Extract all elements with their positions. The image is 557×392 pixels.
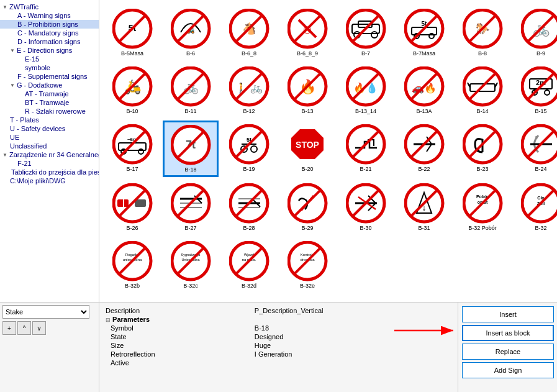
sign-item[interactable]: B-28: [221, 180, 277, 235]
sign-item[interactable]: Wjazdna praw.B-32d: [221, 237, 277, 293]
sign-item[interactable]: 2mB-15: [513, 63, 557, 118]
sign-item[interactable]: SygnalizacjaUnieszodnaB-32c: [163, 237, 219, 293]
stake-select[interactable]: Stake: [2, 305, 89, 319]
properties-panel: Description P_Description_Vertical ⊟ Par…: [99, 303, 458, 392]
sign-label: B-28: [243, 225, 255, 231]
tree-item-b[interactable]: B - Prohibition signs: [0, 20, 99, 29]
sign-label: B-10: [126, 108, 138, 114]
signs-grid: 5tB-5Masa🚜B-6🐴B-6_8🚫B-6_8_9B-75tB-7Masa🐎…: [104, 5, 552, 293]
sign-item[interactable]: 🚗🔥B-13A: [396, 63, 452, 118]
sign-item[interactable]: B-22: [396, 121, 452, 177]
sign-item[interactable]: 5tB-5Masa: [104, 5, 160, 60]
sign-item[interactable]: PobóropłatB-32 Pobór: [455, 180, 510, 235]
tree-item-r[interactable]: R - Szlaki rowerowe: [0, 107, 99, 116]
sign-item[interactable]: 🛵B-10: [104, 63, 160, 118]
tree-item-zarz[interactable]: ▼Zarządzenie nr 34 Generalnego Dyrek: [0, 150, 99, 159]
sign-label: B-20: [301, 166, 313, 172]
sign-label: B-6: [186, 50, 195, 57]
sign-label: B-7: [361, 50, 370, 57]
sign-item[interactable]: 🔥B-13: [279, 63, 335, 118]
sign-item[interactable]: B-7: [338, 5, 394, 60]
sign-item[interactable]: B-27: [163, 180, 219, 235]
sign-item[interactable]: 🚜B-6: [163, 5, 219, 60]
insert-as-block-button[interactable]: Insert as block: [462, 325, 554, 341]
sign-svg: [463, 66, 503, 107]
sign-item[interactable]: 7tB-18: [163, 121, 219, 177]
tree-item-ue[interactable]: UE: [0, 133, 99, 142]
sign-item[interactable]: CłoZollB-32: [513, 180, 557, 235]
sign-item[interactable]: B-23: [455, 121, 510, 177]
tree-item-u[interactable]: U - Safety devices: [0, 124, 99, 133]
tree-item-e[interactable]: ▼E - Direction signs: [0, 46, 99, 55]
sign-item[interactable]: B-29: [279, 180, 335, 235]
sign-item[interactable]: 5tB-19: [221, 121, 277, 177]
tree-item-g[interactable]: ▼G - Dodatkowe: [0, 81, 99, 89]
sign-item[interactable]: B-24: [513, 121, 557, 177]
sign-svg: [346, 183, 386, 224]
retro-val: I Generation: [252, 350, 454, 358]
retro-key: Retroreflection: [103, 350, 252, 358]
sign-item[interactable]: RogatkaunieszodnaB-32b: [104, 237, 160, 293]
down-stake-button[interactable]: v: [32, 321, 46, 335]
tree-item-a[interactable]: A - Warning signs: [0, 11, 99, 20]
sign-label: B-32e: [300, 283, 315, 289]
sign-item[interactable]: B-14: [455, 63, 510, 118]
size-val: Huge: [252, 341, 454, 350]
state-key: State: [103, 332, 252, 341]
sign-svg: [404, 124, 445, 165]
tree-item-e15[interactable]: E-15: [0, 55, 99, 63]
sign-label: B-6_8: [242, 50, 256, 57]
insert-button[interactable]: Insert: [462, 306, 554, 322]
sign-item[interactable]: 🚲B-9: [513, 5, 557, 60]
up-stake-button[interactable]: ^: [17, 321, 31, 335]
sign-item[interactable]: 🐎B-8: [455, 5, 510, 60]
sign-svg: 🚫: [288, 9, 328, 49]
sign-label: B-8: [478, 50, 487, 57]
sign-svg: 5t: [404, 9, 445, 49]
tree-item-root[interactable]: ▼ZWTraffic: [0, 2, 99, 11]
sign-svg: 5t: [112, 9, 153, 49]
state-val: Designed: [252, 332, 454, 341]
sign-svg: 🚶🚲: [229, 66, 269, 107]
sign-label: B-31: [418, 225, 430, 231]
properties-table: Description P_Description_Vertical ⊟ Par…: [103, 306, 454, 367]
tree-item-tab[interactable]: Tabliczki do przejścia dla pieszych: [0, 168, 99, 176]
sign-item[interactable]: 🚫B-6_8_9: [279, 5, 335, 60]
tree-item-bt[interactable]: BT - Tramwaje: [0, 98, 99, 107]
add-sign-button[interactable]: Add Sign: [462, 362, 554, 378]
params-expand-icon[interactable]: ⊟: [106, 317, 111, 323]
sign-item[interactable]: ↓B-31: [396, 180, 452, 235]
sign-svg: [112, 183, 153, 224]
tree-item-sym[interactable]: symbole: [0, 63, 99, 72]
sign-item[interactable]: B-26: [104, 180, 160, 235]
sign-item[interactable]: 🐴B-6_8: [221, 5, 277, 60]
tree-item-at[interactable]: AT - Tramwaje: [0, 89, 99, 98]
sign-item[interactable]: 🚶🚲B-12: [221, 63, 277, 118]
sign-item[interactable]: 5tB-7Masa: [396, 5, 452, 60]
sign-item[interactable]: ~6mB-17: [104, 121, 160, 177]
sign-label: B-21: [360, 166, 371, 172]
sign-item-stop[interactable]: STOPB-20: [279, 121, 335, 177]
tree-item-f21[interactable]: F-21: [0, 159, 99, 168]
sign-label: B-18: [184, 166, 196, 173]
tree-item-d[interactable]: D - Information signs: [0, 37, 99, 46]
sign-label: B-32 Pobór: [468, 225, 497, 231]
sign-svg: [346, 9, 386, 49]
sign-item[interactable]: 🔥💧B-13_14: [338, 63, 394, 118]
sign-item[interactable]: KontroladrogowaB-32e: [279, 237, 335, 293]
sign-item[interactable]: B-21: [338, 121, 394, 177]
tree-item-moje[interactable]: C:\Moje pliki\DWG: [0, 176, 99, 185]
tree-item-f[interactable]: F - Supplemental signs: [0, 72, 99, 81]
size-key: Size: [103, 341, 252, 350]
sign-svg: 5t: [229, 124, 269, 165]
sign-svg: 2m: [521, 66, 558, 107]
add-stake-button[interactable]: +: [2, 321, 16, 335]
sign-label: B-17: [126, 166, 138, 172]
replace-button[interactable]: Replace: [462, 344, 554, 360]
tree-item-t[interactable]: T - Plates: [0, 116, 99, 124]
desc-key: Description: [103, 306, 252, 315]
sign-item[interactable]: 🚲B-11: [163, 63, 219, 118]
tree-item-c[interactable]: C - Mandatory signs: [0, 29, 99, 37]
sign-item[interactable]: B-30: [338, 180, 394, 235]
tree-item-uncl[interactable]: Unclassified: [0, 142, 99, 150]
